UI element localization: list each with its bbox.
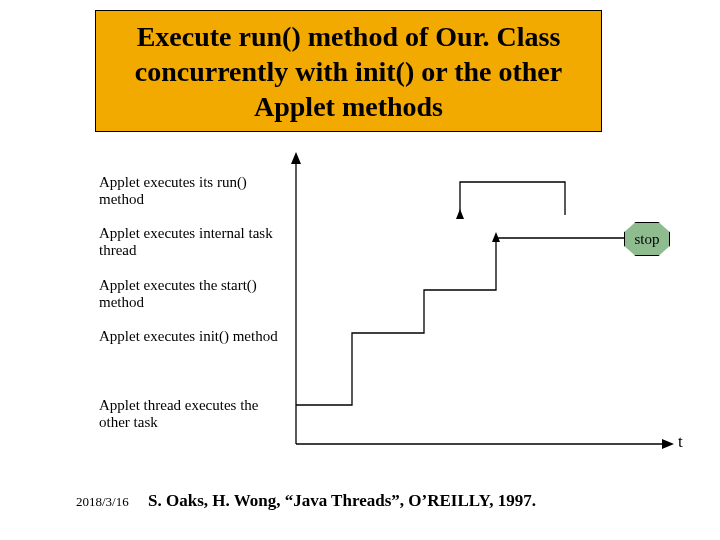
slide-title-box: Execute run() method of Our. Class concu… <box>95 10 602 132</box>
row-label-othertask: Applet thread executes the other task <box>99 397 259 432</box>
svg-marker-1 <box>291 152 301 164</box>
stop-node-label: stop <box>634 231 659 248</box>
svg-marker-5 <box>492 232 500 242</box>
time-axis-label: t <box>678 432 683 452</box>
row-label-run: Applet executes its run() method <box>99 174 247 209</box>
svg-marker-4 <box>456 209 464 219</box>
footer-date: 2018/3/16 <box>76 494 129 510</box>
slide-title: Execute run() method of Our. Class concu… <box>96 13 601 130</box>
row-label-init: Applet executes init() method <box>99 328 278 345</box>
row-label-start: Applet executes the start() method <box>99 277 257 312</box>
svg-marker-3 <box>662 439 674 449</box>
stop-node: stop <box>624 222 670 256</box>
footer-reference: S. Oaks, H. Wong, “Java Threads”, O’REIL… <box>148 491 536 511</box>
row-label-internal: Applet executes internal task thread <box>99 225 273 260</box>
